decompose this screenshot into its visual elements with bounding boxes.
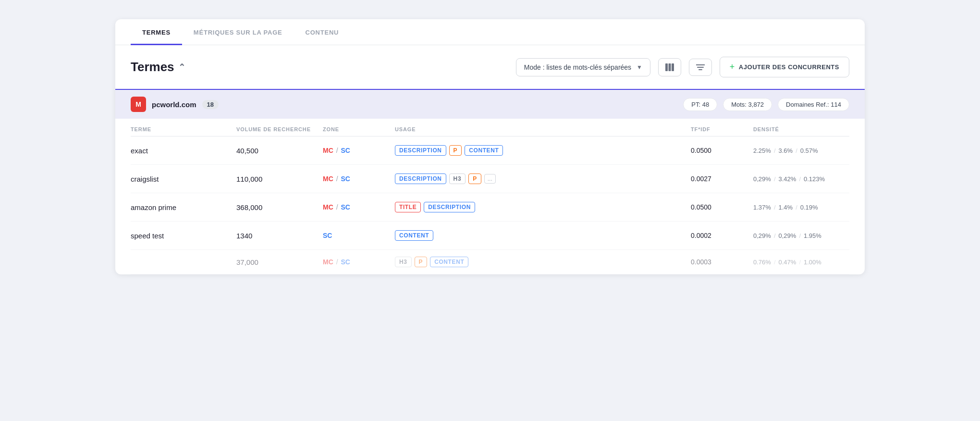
table-row: speed test1340SCCONTENT0.00020,29%/0,29%… [131, 222, 849, 250]
domain-logo: M [131, 97, 146, 112]
cell-volume: 37,000 [236, 258, 323, 266]
domain-badge: 18 [202, 100, 219, 109]
tab-contenu[interactable]: CONTENU [294, 19, 351, 45]
zone-sc: SC [341, 175, 350, 183]
col-densite: DENSITÉ [753, 126, 849, 132]
cell-zone: MC / SC [323, 175, 395, 183]
cell-zone: MC / SC [323, 258, 395, 266]
cell-usage: TITLEDESCRIPTION [395, 202, 691, 212]
plus-icon: + [730, 62, 735, 72]
cell-zone: MC / SC [323, 147, 395, 154]
domain-row: M pcworld.com 18 PT: 48 Mots: 3,872 Doma… [115, 89, 865, 119]
tabs-bar: TERMES MÉTRIQUES SUR LA PAGE CONTENU [115, 19, 865, 45]
zone-mc: MC [323, 258, 333, 266]
mode-label: Mode : listes de mots-clés séparées [524, 63, 631, 71]
svg-rect-0 [665, 63, 668, 71]
col-zone: ZONE [323, 126, 395, 132]
cell-term: craigslist [131, 175, 236, 183]
usage-tag-h3: H3 [395, 257, 412, 267]
add-competitors-button[interactable]: + AJOUTER DES CONCURRENTS [720, 57, 849, 77]
tab-termes[interactable]: TERMES [131, 19, 182, 45]
cell-tfidf: 0.0003 [691, 258, 753, 266]
domain-pt: PT: 48 [683, 98, 717, 111]
domain-domaines: Domaines Ref.: 114 [778, 98, 849, 111]
usage-more-icon[interactable]: ... [484, 174, 496, 184]
usage-tag-h3: H3 [449, 173, 466, 184]
columns-icon [665, 63, 674, 71]
table-row: craigslist110,000MC / SCDESCRIPTIONH3P..… [131, 165, 849, 193]
cell-usage: DESCRIPTIONH3P... [395, 173, 691, 184]
column-headers: TERME VOLUME DE RECHERCHE ZONE USAGE TF*… [131, 119, 849, 136]
usage-tag-content: CONTENT [430, 257, 468, 267]
table-row: exact40,500MC / SCDESCRIPTIONPCONTENT0.0… [131, 136, 849, 165]
cell-volume: 368,000 [236, 203, 323, 211]
col-tfidf: TF*IDF [691, 126, 753, 132]
usage-tag-p: P [415, 257, 428, 267]
table-body: exact40,500MC / SCDESCRIPTIONPCONTENT0.0… [131, 136, 849, 274]
cell-tfidf: 0.0002 [691, 232, 753, 239]
zone-mc: MC [323, 203, 333, 211]
domain-mots: Mots: 3,872 [723, 98, 772, 111]
cell-tfidf: 0.0500 [691, 147, 753, 154]
usage-tag-content: CONTENT [465, 145, 503, 156]
col-usage: USAGE [395, 126, 691, 132]
zone-mc: MC [323, 147, 333, 154]
usage-tag-p: P [468, 173, 481, 184]
cell-term: amazon prime [131, 203, 236, 211]
title-caret-icon[interactable]: ⌃ [178, 62, 185, 73]
cell-density: 0,29%/0,29%/1.95% [753, 232, 849, 239]
domain-name: pcworld.com [152, 100, 196, 109]
zone-sc: SC [341, 203, 350, 211]
usage-tag-description: DESCRIPTION [395, 145, 446, 156]
cell-density: 0,29%/3.42%/0.123% [753, 175, 849, 183]
usage-tag-content: CONTENT [395, 230, 433, 241]
section-title: Termes ⌃ [131, 60, 185, 74]
col-terme: TERME [131, 126, 236, 132]
cell-term: speed test [131, 232, 236, 240]
cell-tfidf: 0.0500 [691, 203, 753, 211]
tab-metriques[interactable]: MÉTRIQUES SUR LA PAGE [182, 19, 294, 45]
chevron-down-icon: ▼ [637, 64, 642, 71]
add-label: AJOUTER DES CONCURRENTS [739, 63, 839, 71]
zone-sc: SC [341, 147, 350, 154]
title-text: Termes [131, 60, 174, 74]
cell-term: exact [131, 147, 236, 155]
cell-zone: SC [323, 232, 395, 239]
cell-usage: CONTENT [395, 230, 691, 241]
cell-usage: H3PCONTENT [395, 257, 691, 267]
cell-volume: 1340 [236, 232, 323, 240]
svg-rect-1 [668, 63, 671, 71]
svg-rect-2 [672, 63, 674, 71]
usage-tag-title: TITLE [395, 202, 421, 212]
filter-icon [696, 64, 705, 71]
columns-icon-button[interactable] [658, 58, 681, 76]
cell-density: 2.25%/3.6%/0.57% [753, 147, 849, 154]
table-wrap: TERME VOLUME DE RECHERCHE ZONE USAGE TF*… [115, 119, 865, 274]
col-volume: VOLUME DE RECHERCHE [236, 126, 323, 132]
main-card: TERMES MÉTRIQUES SUR LA PAGE CONTENU Ter… [115, 19, 865, 274]
zone-mc: MC [323, 175, 333, 183]
usage-tag-description: DESCRIPTION [424, 202, 475, 212]
zone-sc: SC [341, 258, 350, 266]
cell-tfidf: 0.0027 [691, 175, 753, 183]
table-row: 37,000MC / SCH3PCONTENT0.00030.76%/0.47%… [131, 250, 849, 274]
cell-zone: MC / SC [323, 203, 395, 211]
usage-tag-description: DESCRIPTION [395, 173, 446, 184]
cell-usage: DESCRIPTIONPCONTENT [395, 145, 691, 156]
cell-volume: 110,000 [236, 175, 323, 183]
filter-icon-button[interactable] [689, 59, 712, 76]
cell-density: 0.76%/0.47%/1.00% [753, 259, 849, 266]
mode-dropdown[interactable]: Mode : listes de mots-clés séparées ▼ [516, 58, 650, 76]
table-row: amazon prime368,000MC / SCTITLEDESCRIPTI… [131, 193, 849, 222]
zone-sc: SC [323, 232, 332, 239]
cell-density: 1.37%/1.4%/0.19% [753, 204, 849, 211]
cell-volume: 40,500 [236, 147, 323, 155]
toolbar: Termes ⌃ Mode : listes de mots-clés sépa… [115, 45, 865, 89]
usage-tag-p: P [449, 145, 462, 156]
